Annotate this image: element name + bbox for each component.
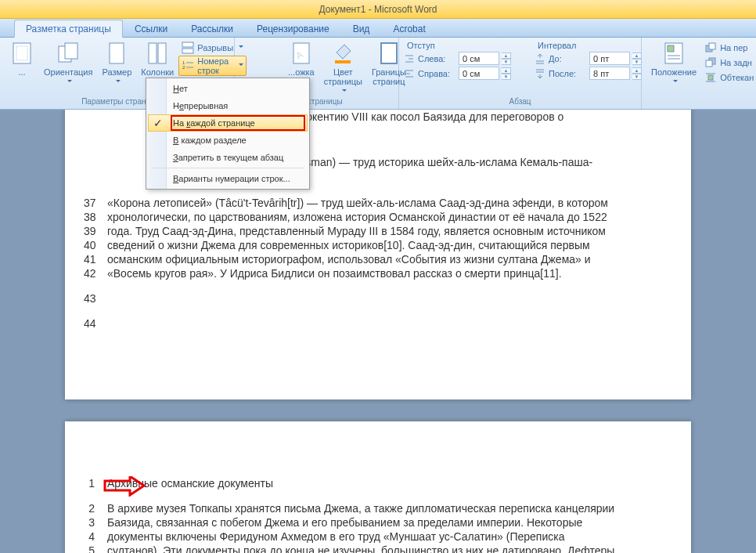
menu-separator [151,168,304,168]
indent-right-input[interactable]: 0 см [459,67,499,80]
send-back-button[interactable]: На задн [701,56,756,70]
page-color-label: Цвет страницы [324,67,362,86]
doc-text: хронологически, по царствованиям, изложе… [107,210,668,224]
indent-right-spinner[interactable]: ▲▼ [502,67,511,79]
doc-text: Архивные османские документы [107,476,668,490]
bring-front-button[interactable]: На пер [701,41,756,55]
line-numbers-menu: Нет Непрерывная ✓ На каждой странице В к… [146,78,310,190]
svg-rect-25 [708,75,713,80]
chevron-down-icon [113,77,121,86]
window-titlebar: Документ1 - Microsoft Word [0,0,756,19]
line-number: 38 [84,210,107,224]
doc-text: сведений о жизни Джема для современных и… [107,238,668,252]
tab-review[interactable]: Рецензирование [245,20,341,37]
page-color-button[interactable]: Цвет страницы [319,39,367,97]
svg-rect-8 [182,49,193,53]
doc-text: султанов). Эти документы пока до конца н… [107,544,668,553]
tab-mailings[interactable]: Рассылки [179,20,245,37]
svg-rect-16 [381,43,397,63]
orientation-label: Ориентация [44,67,92,77]
doc-text: «Корона летописей» (Tâcü't-Tevârih[tr]) … [107,196,668,210]
indent-left-spinner[interactable]: ▲▼ [502,52,511,64]
position-button[interactable]: Положение [646,39,701,88]
columns-label: Колонки [141,67,174,77]
line-number: 4 [84,530,107,544]
spacing-before-label: До: [549,54,586,63]
spacing-before-icon [535,53,545,64]
menu-item-options[interactable]: Варианты нумерации строк... [148,170,308,187]
indent-left-label: Слева: [418,54,455,63]
position-label: Положение [651,67,697,77]
svg-rect-7 [182,42,193,47]
line-number: 41 [84,252,107,266]
breaks-label: Разрывы [197,43,233,52]
tab-acrobat[interactable]: Acrobat [381,20,437,37]
orientation-button[interactable]: Ориентация [39,39,97,88]
watermark-label: ...ожка [288,67,315,77]
tab-view[interactable]: Вид [341,20,382,37]
line-number: 3 [84,515,107,530]
doc-text: В архиве музея Топкапы хранятся письма Д… [107,501,668,515]
line-number: 42 [84,266,107,280]
spacing-before-input[interactable]: 0 пт [589,52,630,65]
paint-bucket-icon [330,41,355,66]
spacing-after-input[interactable]: 8 пт [589,67,630,80]
page-borders-icon [376,41,401,66]
line-number: 39 [84,224,107,238]
check-icon: ✓ [153,117,167,131]
indent-right-icon [404,68,415,79]
menu-item-suppress[interactable]: Запретить в текущем абзац [148,149,308,166]
tab-page-layout[interactable]: Разметка страницы [14,20,123,38]
spacing-after-icon [535,68,545,79]
doc-text: османским официальным историографом, исп… [107,252,668,266]
tab-links[interactable]: Ссылки [123,20,179,37]
document-page-2[interactable]: 1Архивные османские документы2В архиве м… [65,421,691,553]
position-icon [661,41,686,66]
spacing-title: Интервал [535,41,642,50]
chevron-down-icon [65,77,72,86]
window-title: Документ1 - Microsoft Word [319,4,437,15]
spacing-before-spinner[interactable]: ▲▼ [632,52,642,64]
doc-text: года. Труд Саад-эд-Дина, представленный … [107,224,668,238]
columns-icon [145,41,170,66]
breaks-icon [182,42,194,54]
doc-text [107,316,668,331]
menu-item-each-page[interactable]: ✓ На каждой странице [148,114,308,132]
menu-item-each-section[interactable]: В каждом разделе [148,132,308,149]
spacing-after-label: После: [549,69,586,78]
indent-left-input[interactable]: 0 см [459,52,499,65]
menu-item-continuous[interactable]: Непрерывная [148,97,308,114]
menu-item-none[interactable]: Нет [148,80,308,97]
doc-text: «Восемь кругов рая». У Идриса Бидлиси он… [107,266,668,280]
fields-button[interactable]: ... [5,39,39,88]
paragraph-group-label: Абзац [404,97,636,107]
doc-text: документы включены Феридуном Ахмедом в е… [107,530,668,544]
svg-rect-3 [65,43,77,59]
fields-label: ... [18,67,25,77]
size-label: Размер [102,67,131,77]
bring-front-icon [704,42,717,54]
text-wrap-icon [704,71,717,84]
watermark-icon: A [289,41,314,66]
document-area: к папе Иннокентию VIII как посол Баязида… [0,110,756,553]
size-button[interactable]: Размер [97,39,136,88]
svg-rect-4 [110,43,124,63]
bring-front-label: На пер [720,43,747,52]
line-number: 40 [84,238,107,252]
text-wrap-button[interactable]: Обтекан [701,70,756,85]
send-back-label: На задн [720,58,752,67]
send-back-icon [704,56,717,69]
page-size-icon [104,41,129,66]
svg-rect-18 [668,45,674,52]
svg-rect-6 [158,43,166,63]
indent-left-icon [404,53,415,64]
line-numbers-label: Номера строк [197,56,233,75]
orientation-icon [56,41,81,66]
spacing-after-spinner[interactable]: ▲▼ [632,67,642,79]
line-number: 2 [84,501,107,515]
svg-rect-15 [335,60,351,63]
indent-right-label: Справа: [418,69,455,78]
chevron-down-icon [671,77,678,86]
svg-text:2: 2 [182,65,185,70]
line-number: 43 [84,291,107,305]
